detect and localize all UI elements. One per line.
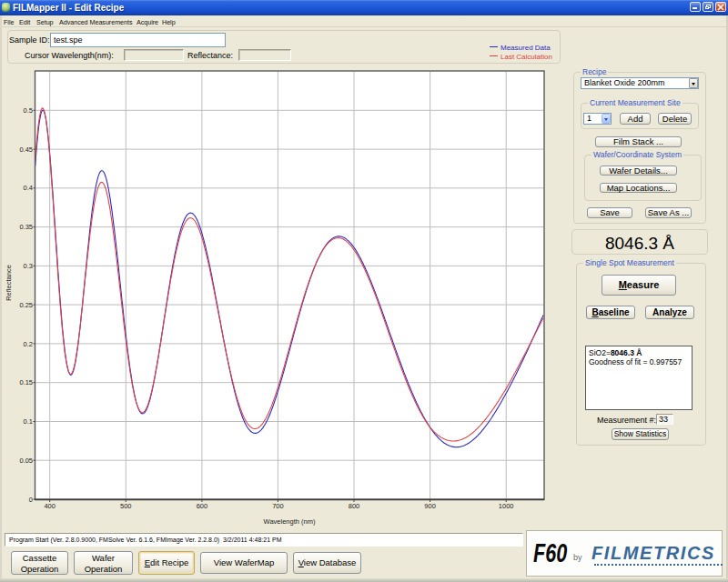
svg-text:900: 900: [424, 502, 436, 510]
svg-text:0.05: 0.05: [19, 457, 33, 465]
svg-text:0.1: 0.1: [24, 417, 33, 426]
svg-text:0.3: 0.3: [24, 262, 33, 270]
svg-text:0.4: 0.4: [24, 184, 33, 192]
svg-text:1000: 1000: [499, 502, 514, 510]
svg-text:700: 700: [272, 502, 284, 510]
svg-text:0: 0: [29, 496, 33, 504]
svg-text:Reflectance: Reflectance: [5, 265, 13, 301]
svg-text:0.45: 0.45: [19, 146, 33, 154]
svg-text:0.2: 0.2: [24, 340, 33, 348]
svg-text:0.15: 0.15: [19, 378, 33, 386]
svg-text:Wavelength (nm): Wavelength (nm): [264, 517, 316, 526]
svg-text:0.25: 0.25: [19, 301, 33, 309]
svg-text:500: 500: [120, 502, 132, 510]
svg-text:0.5: 0.5: [24, 106, 33, 115]
svg-text:600: 600: [197, 502, 208, 510]
svg-text:800: 800: [349, 502, 360, 510]
svg-text:0.35: 0.35: [19, 223, 33, 231]
svg-text:400: 400: [44, 502, 56, 510]
